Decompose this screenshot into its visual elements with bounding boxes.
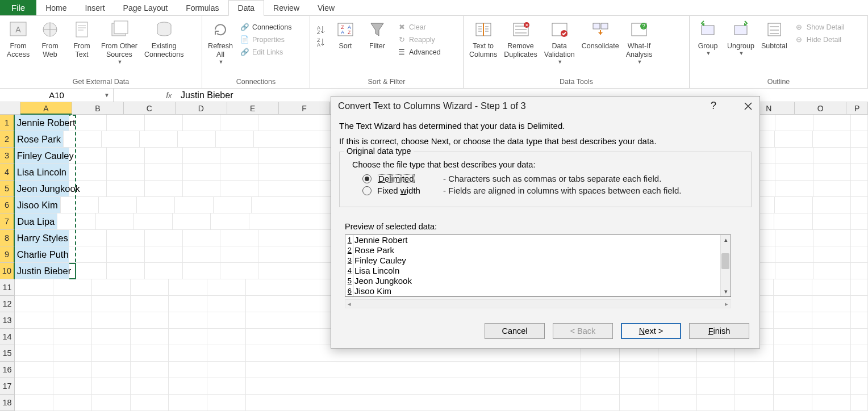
cell[interactable] xyxy=(220,115,258,131)
cell[interactable] xyxy=(658,395,697,411)
col-header[interactable]: P xyxy=(846,102,868,115)
scroll-down-icon[interactable]: ▾ xyxy=(724,287,728,296)
cell[interactable] xyxy=(774,329,812,345)
cell[interactable] xyxy=(216,131,254,148)
tab-insert[interactable]: Insert xyxy=(76,0,114,15)
cell[interactable] xyxy=(851,362,868,378)
remove-duplicates-button[interactable]: ✕Remove Duplicates xyxy=(502,18,539,60)
cell[interactable] xyxy=(542,362,581,378)
subtotal-button[interactable]: Subtotal xyxy=(759,18,790,52)
cell[interactable] xyxy=(735,362,774,378)
cell[interactable] xyxy=(173,213,211,230)
data-validation-button[interactable]: Data Validation▼ xyxy=(542,18,577,66)
cell[interactable] xyxy=(69,230,107,246)
cell[interactable] xyxy=(145,181,183,197)
clear-button[interactable]: ✖Clear xyxy=(394,22,443,33)
cell[interactable] xyxy=(69,164,107,181)
cell[interactable] xyxy=(220,263,258,279)
cell[interactable]: Jisoo Kim xyxy=(15,197,61,213)
cell[interactable] xyxy=(774,362,812,378)
cell[interactable] xyxy=(92,329,131,345)
cell[interactable] xyxy=(775,148,813,164)
cell[interactable] xyxy=(96,213,135,230)
cell[interactable] xyxy=(851,378,868,395)
scroll-left-icon[interactable]: ◂ xyxy=(345,300,353,308)
cell[interactable] xyxy=(145,246,183,263)
row-header[interactable]: 6 xyxy=(0,197,15,213)
sort-desc-button[interactable]: ZA xyxy=(314,36,328,48)
cell[interactable] xyxy=(813,263,852,279)
cell[interactable] xyxy=(775,197,813,213)
refresh-all-button[interactable]: Refresh All▼ xyxy=(206,18,235,66)
cell[interactable] xyxy=(813,197,851,213)
cell[interactable] xyxy=(15,312,53,329)
cell[interactable] xyxy=(851,213,868,230)
tab-page-layout[interactable]: Page Layout xyxy=(114,0,177,15)
cell[interactable] xyxy=(69,263,107,279)
cell[interactable] xyxy=(169,395,207,411)
tab-home[interactable]: Home xyxy=(36,0,76,15)
cell[interactable] xyxy=(183,115,221,131)
cell[interactable] xyxy=(812,362,851,378)
cell[interactable] xyxy=(813,131,851,148)
cell[interactable] xyxy=(178,131,216,148)
cell[interactable] xyxy=(107,164,145,181)
cell[interactable] xyxy=(581,395,620,411)
cell[interactable] xyxy=(775,246,813,263)
radio-fixed-width[interactable] xyxy=(362,186,372,195)
cell[interactable] xyxy=(183,230,221,246)
cell[interactable] xyxy=(581,378,620,395)
row-header[interactable]: 13 xyxy=(0,312,15,329)
cell[interactable] xyxy=(246,378,542,395)
cell[interactable] xyxy=(813,246,852,263)
cell[interactable] xyxy=(220,230,258,246)
show-detail-button[interactable]: ⊕Show Detail xyxy=(792,22,847,33)
col-header[interactable]: A xyxy=(20,102,72,115)
row-header[interactable]: 16 xyxy=(0,362,15,378)
cell[interactable] xyxy=(775,115,813,131)
help-button[interactable]: ? xyxy=(711,100,716,112)
cell[interactable] xyxy=(131,345,169,362)
cell[interactable] xyxy=(169,362,207,378)
existing-connections-button[interactable]: Existing Connections xyxy=(142,18,186,60)
cancel-button[interactable]: Cancel xyxy=(485,323,545,339)
whatif-button[interactable]: ?What-If Analysis▼ xyxy=(624,18,655,66)
cell[interactable] xyxy=(774,279,812,296)
cell[interactable] xyxy=(131,312,169,329)
consolidate-button[interactable]: Consolidate xyxy=(579,18,621,52)
cell[interactable] xyxy=(813,115,852,131)
cell[interactable]: Jeon Jungkook xyxy=(15,181,69,197)
cell[interactable] xyxy=(15,378,53,395)
cell[interactable] xyxy=(542,395,581,411)
cell[interactable]: Justin Bieber xyxy=(15,263,69,279)
from-text-button[interactable]: From Text xyxy=(67,18,97,60)
cell[interactable] xyxy=(851,230,868,246)
cell[interactable] xyxy=(620,378,658,395)
cell[interactable] xyxy=(774,378,812,395)
cell[interactable] xyxy=(183,181,221,197)
cell[interactable] xyxy=(92,378,131,395)
row-header[interactable]: 8 xyxy=(0,230,15,246)
cell[interactable] xyxy=(15,395,53,411)
row-header[interactable]: 5 xyxy=(0,181,15,197)
cell[interactable] xyxy=(145,164,183,181)
cell[interactable] xyxy=(658,362,697,378)
cell[interactable] xyxy=(220,181,258,197)
cell[interactable] xyxy=(145,263,183,279)
tab-data[interactable]: Data xyxy=(228,0,265,16)
cell[interactable] xyxy=(131,296,169,312)
cell[interactable] xyxy=(813,230,852,246)
row-header[interactable]: 11 xyxy=(0,279,15,296)
cell[interactable] xyxy=(69,148,107,164)
row-header[interactable]: 2 xyxy=(0,131,15,148)
next-button[interactable]: Next > xyxy=(621,323,681,339)
cell[interactable] xyxy=(92,362,131,378)
advanced-button[interactable]: ☰Advanced xyxy=(394,47,443,58)
tab-file[interactable]: File xyxy=(0,0,36,15)
cell[interactable] xyxy=(813,181,852,197)
cell[interactable] xyxy=(735,378,774,395)
cell[interactable]: Dua Lipa xyxy=(15,213,57,230)
col-header[interactable]: E xyxy=(227,102,279,115)
cell[interactable] xyxy=(92,296,131,312)
cell[interactable] xyxy=(207,395,246,411)
